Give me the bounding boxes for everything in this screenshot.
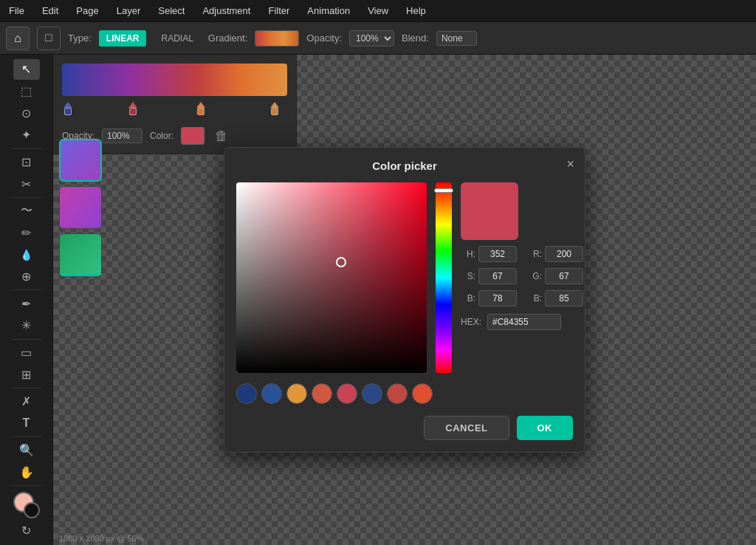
dialog-title: Color picker (236, 160, 573, 172)
opacity-label: Opacity: (306, 32, 342, 44)
dialog-close-button[interactable]: × (566, 157, 574, 172)
menu-edit[interactable]: Edit (39, 4, 61, 18)
tool-divider-5 (12, 388, 41, 388)
color-picker-dialog: Color picker × (224, 147, 585, 453)
recent-color-8[interactable] (412, 383, 433, 404)
menu-adjustment[interactable]: Adjustment (199, 4, 253, 18)
ok-button[interactable]: OK (517, 416, 574, 440)
star-tool[interactable]: ✳ (13, 315, 40, 336)
color-values-panel: H: R: S: G: (461, 182, 573, 373)
g-label: G: (527, 271, 542, 281)
xmark-tool[interactable]: ✗ (13, 391, 40, 412)
h-input[interactable] (478, 246, 517, 262)
tool-divider-2 (12, 197, 41, 198)
toolbar: ⌂ ☐ Type: LINEAR RADIAL Gradient: Opacit… (0, 22, 756, 55)
recent-color-6[interactable] (362, 383, 382, 404)
b2-label: B: (527, 293, 542, 304)
hsb-row-1: H: R: (461, 246, 571, 262)
hex-row: HEX: (461, 314, 571, 330)
scissors-tool[interactable]: ✂ (13, 174, 40, 194)
hue-slider-wrap (436, 182, 452, 373)
eyedropper-tool[interactable]: ✦ (13, 125, 40, 145)
r-input[interactable] (545, 246, 583, 262)
b2-input[interactable] (545, 290, 583, 306)
hue-slider[interactable] (436, 182, 452, 373)
tool-divider-6 (12, 436, 41, 437)
recent-color-7[interactable] (387, 383, 408, 404)
menu-file[interactable]: File (6, 4, 27, 18)
g-input[interactable] (545, 268, 583, 284)
s-input[interactable] (478, 268, 517, 284)
menu-view[interactable]: View (365, 4, 391, 18)
tool-panel: ↖ ⬚ ⊙ ✦ ⊡ ✂ 〜 ✏ 💧 ⊕ ✒ ✳ ▭ ⊞ ✗ T 🔍 ✋ ↻ (0, 55, 53, 545)
gradient-label: Gradient: (208, 32, 247, 44)
b1-label: B: (461, 293, 475, 304)
menu-page[interactable]: Page (73, 4, 101, 18)
saturation-lightness-picker[interactable] (236, 182, 427, 373)
r-label: R: (527, 249, 542, 259)
b1-input[interactable] (478, 290, 517, 306)
home-button[interactable]: ⌂ (6, 27, 30, 50)
hex-label: HEX: (461, 317, 483, 327)
hue-cursor (434, 188, 453, 193)
text-tool[interactable]: T (13, 413, 40, 433)
cancel-button[interactable]: CANCEL (424, 416, 509, 440)
blend-select[interactable]: None (436, 31, 477, 46)
recent-color-2[interactable] (261, 383, 282, 404)
zoom-tool[interactable]: 🔍 (13, 440, 40, 461)
blend-label: Blend: (402, 32, 429, 44)
select-rect-tool[interactable]: ⬚ (13, 81, 40, 102)
background-color[interactable] (24, 502, 40, 518)
wave-tool[interactable]: 〜 (13, 201, 40, 222)
recent-color-4[interactable] (312, 383, 332, 404)
tool-divider-3 (12, 289, 41, 290)
tool-divider-7 (12, 485, 41, 486)
pen-tool[interactable]: ✒ (13, 293, 40, 314)
color-picker-overlay: Color picker × (53, 55, 756, 545)
recent-color-5[interactable] (337, 383, 357, 404)
opacity-select[interactable]: 100% (349, 30, 394, 47)
page-button[interactable]: ☐ (37, 27, 61, 50)
canvas-area[interactable]: Opacity: 100% Color: 🗑 Color picker × (53, 55, 756, 545)
tool-divider-1 (12, 148, 41, 149)
menu-animation[interactable]: Animation (304, 4, 353, 18)
radial-type-button[interactable]: RADIAL (154, 30, 200, 47)
hand-tool[interactable]: ✋ (13, 462, 40, 483)
type-label: Type: (68, 32, 92, 44)
tool-divider-4 (12, 339, 41, 340)
h-label: H: (461, 249, 475, 259)
s-label: S: (461, 271, 475, 281)
menu-bar: File Edit Page Layer Select Adjustment F… (0, 0, 756, 22)
lasso-tool[interactable]: ⊙ (13, 103, 40, 123)
recent-color-3[interactable] (286, 383, 307, 404)
gradient-preview[interactable] (255, 30, 299, 47)
linear-type-button[interactable]: LINEAR (99, 30, 147, 47)
menu-layer[interactable]: Layer (114, 4, 144, 18)
main-layout: ↖ ⬚ ⊙ ✦ ⊡ ✂ 〜 ✏ 💧 ⊕ ✒ ✳ ▭ ⊞ ✗ T 🔍 ✋ ↻ (0, 55, 756, 545)
sat-light-cursor (336, 257, 346, 267)
color-values: H: R: S: G: (461, 246, 571, 330)
recent-colors (236, 383, 573, 404)
color-preview-swatch (461, 182, 518, 240)
dialog-buttons: CANCEL OK (236, 416, 573, 440)
crop-tool[interactable]: ⊡ (13, 152, 40, 173)
menu-filter[interactable]: Filter (265, 4, 292, 18)
eraser-tool[interactable]: ▭ (13, 343, 40, 363)
menu-select[interactable]: Select (155, 4, 188, 18)
stamp-tool[interactable]: ⊞ (13, 364, 40, 385)
rotate-tool[interactable]: ↻ (13, 520, 40, 541)
drop-tool[interactable]: 💧 (13, 244, 40, 265)
arrow-tool[interactable]: ↖ (13, 59, 40, 80)
recent-color-1[interactable] (236, 383, 257, 404)
circle-tool[interactable]: ⊕ (13, 267, 40, 287)
menu-help[interactable]: Help (403, 4, 429, 18)
brush-tool[interactable]: ✏ (13, 222, 40, 243)
hex-input[interactable] (487, 314, 561, 330)
color-tools (13, 492, 40, 518)
picker-body: H: R: S: G: (236, 182, 573, 373)
hsb-row-2: S: G: (461, 268, 571, 284)
hsb-row-3: B: B: (461, 290, 571, 306)
